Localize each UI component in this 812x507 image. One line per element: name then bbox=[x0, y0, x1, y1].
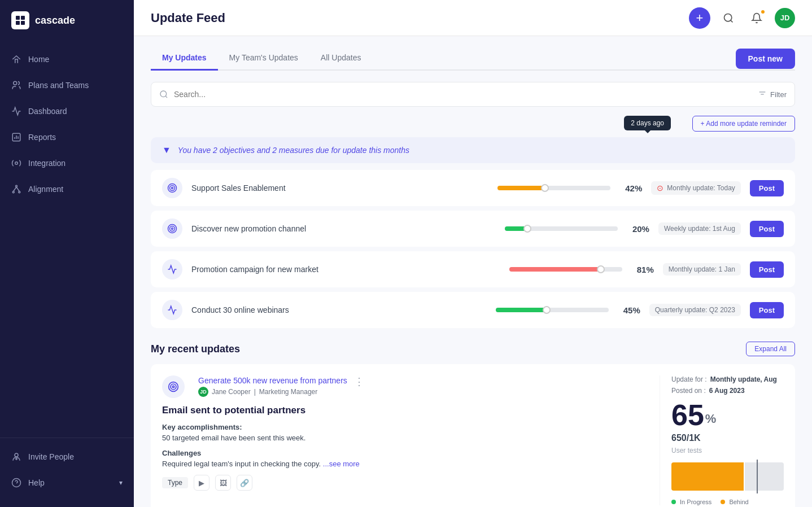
sidebar-bottom: Invite People Help ▾ bbox=[0, 438, 134, 507]
posted-on-row: Posted on : 6 Aug 2023 bbox=[671, 387, 784, 395]
image-icon[interactable]: 🖼 bbox=[215, 475, 231, 491]
sidebar-item-plans-teams[interactable]: Plans and Teams bbox=[0, 72, 134, 98]
filter-label: Filter bbox=[770, 90, 787, 99]
sidebar: cascade Home Plans and Teams Dashboard R… bbox=[0, 0, 134, 507]
main-content: Update Feed + JD My Updates My Team's Up… bbox=[134, 0, 812, 507]
post-button[interactable]: Post bbox=[750, 261, 784, 278]
table-row: Conduct 30 online webinars 45% Quarterly… bbox=[151, 292, 795, 328]
section-title: My recent updates bbox=[151, 343, 746, 355]
sidebar-item-invite-label: Invite People bbox=[28, 452, 74, 461]
sidebar-nav: Home Plans and Teams Dashboard Reports I… bbox=[0, 41, 134, 438]
user-tests-value: 650/1K bbox=[671, 433, 784, 443]
chart-marker bbox=[757, 460, 758, 493]
update-card-left: Generate 500k new revenue from partners … bbox=[162, 375, 648, 505]
measure-icon bbox=[162, 300, 182, 320]
due-banner: ▼ You have 2 objectives and 2 measures d… bbox=[151, 137, 795, 163]
svg-point-9 bbox=[15, 162, 18, 165]
update-schedule: ⊙ Monthly update: Today bbox=[651, 181, 741, 195]
filter-icon bbox=[758, 90, 767, 99]
header-actions: + JD bbox=[689, 7, 795, 29]
post-button[interactable]: Post bbox=[750, 302, 784, 318]
objective-icon bbox=[162, 178, 182, 198]
svg-point-28 bbox=[170, 186, 175, 191]
search-input[interactable] bbox=[174, 90, 752, 99]
objective-link[interactable]: Generate 500k new revenue from partners bbox=[198, 376, 347, 385]
update-schedule: Weekly update: 1st Aug bbox=[658, 222, 741, 235]
avatar[interactable]: JD bbox=[775, 8, 795, 28]
author-avatar: JD bbox=[198, 387, 208, 397]
sidebar-item-invite[interactable]: Invite People bbox=[0, 444, 134, 470]
progress-pct: 45% bbox=[618, 305, 640, 315]
search-icon bbox=[723, 12, 734, 24]
header: Update Feed + JD bbox=[134, 0, 812, 36]
legend-dot-in-progress bbox=[671, 500, 676, 504]
tab-team-updates[interactable]: My Team's Updates bbox=[218, 47, 309, 71]
progress-bar bbox=[505, 226, 618, 231]
sidebar-item-alignment[interactable]: Alignment bbox=[0, 176, 134, 202]
card-accomplishments: Key accomplishments: 50 targeted email h… bbox=[162, 423, 648, 442]
tabs-row: My Updates My Team's Updates All Updates… bbox=[151, 36, 795, 71]
svg-rect-1 bbox=[21, 16, 25, 20]
progress-bar bbox=[509, 267, 622, 272]
svg-line-14 bbox=[16, 187, 19, 191]
update-for-value: Monthly update, Aug bbox=[710, 375, 777, 383]
legend-behind: Behind bbox=[721, 499, 748, 505]
notification-badge bbox=[760, 9, 766, 15]
update-items-list: Support Sales Enablement 42% ⊙ Monthly u… bbox=[151, 170, 795, 328]
sidebar-item-dashboard[interactable]: Dashboard bbox=[0, 98, 134, 124]
svg-line-13 bbox=[14, 187, 16, 191]
sidebar-item-reports[interactable]: Reports bbox=[0, 124, 134, 150]
tab-all-updates[interactable]: All Updates bbox=[309, 47, 373, 71]
play-icon[interactable]: ▶ bbox=[194, 475, 209, 491]
notifications-button[interactable] bbox=[746, 8, 767, 28]
table-row: Promotion campaign for new market 81% Mo… bbox=[151, 251, 795, 287]
more-options-button[interactable]: ⋮ bbox=[354, 375, 364, 388]
svg-rect-3 bbox=[21, 21, 25, 25]
collapse-button[interactable]: ▼ bbox=[162, 145, 171, 155]
svg-point-31 bbox=[170, 226, 175, 231]
link-icon[interactable]: 🔗 bbox=[237, 475, 252, 491]
post-button[interactable]: Post bbox=[750, 221, 784, 237]
section-header: My recent updates Expand All bbox=[151, 342, 795, 356]
update-schedule: Quarterly update: Q2 2023 bbox=[649, 304, 741, 316]
measure-icon bbox=[162, 259, 182, 279]
accomplishments-text: 50 targeted email have been sent this we… bbox=[162, 434, 648, 442]
warning-icon: ⊙ bbox=[657, 183, 663, 193]
progress-pct: 42% bbox=[619, 183, 642, 193]
update-schedule: Monthly update: 1 Jan bbox=[663, 263, 741, 276]
svg-point-20 bbox=[724, 14, 732, 21]
sidebar-item-home[interactable]: Home bbox=[0, 46, 134, 72]
svg-point-12 bbox=[19, 191, 20, 193]
chart-legend: In Progress Behind bbox=[671, 499, 784, 505]
tab-my-updates[interactable]: My Updates bbox=[151, 47, 218, 71]
post-new-button[interactable]: Post new bbox=[736, 49, 795, 69]
legend-in-progress: In Progress bbox=[671, 499, 711, 505]
search-icon bbox=[159, 90, 168, 99]
app-logo[interactable]: cascade bbox=[0, 0, 134, 41]
logo-icon bbox=[11, 11, 29, 29]
add-button[interactable]: + bbox=[689, 7, 710, 29]
filter-button[interactable]: Filter bbox=[758, 90, 787, 99]
update-name: Discover new promotion channel bbox=[191, 224, 496, 233]
sidebar-item-integration[interactable]: Integration bbox=[0, 150, 134, 176]
progress-pct: 81% bbox=[631, 265, 654, 274]
update-for-row: Update for : Monthly update, Aug bbox=[671, 375, 784, 383]
add-reminder-button[interactable]: + Add more update reminder bbox=[692, 116, 795, 132]
sidebar-item-reports-label: Reports bbox=[28, 133, 56, 142]
expand-all-button[interactable]: Expand All bbox=[746, 342, 795, 356]
post-button[interactable]: Post bbox=[750, 180, 784, 196]
search-bar: Filter bbox=[151, 82, 795, 107]
card-objective-icon bbox=[162, 375, 185, 398]
search-button[interactable] bbox=[718, 8, 739, 28]
svg-point-15 bbox=[15, 453, 18, 457]
update-name: Promotion campaign for new market bbox=[191, 265, 500, 274]
challenges-label: Challenges bbox=[162, 449, 648, 457]
sidebar-item-help[interactable]: Help ▾ bbox=[0, 470, 134, 496]
due-tooltip: 2 days ago bbox=[624, 116, 671, 130]
posted-on-label: Posted on : bbox=[671, 387, 706, 395]
progress-pct: 20% bbox=[627, 224, 649, 234]
svg-point-35 bbox=[172, 386, 174, 387]
see-more-link[interactable]: ...see more bbox=[323, 460, 360, 468]
svg-point-22 bbox=[160, 91, 167, 97]
challenges-text: Required legal team's input in checking … bbox=[162, 460, 648, 468]
